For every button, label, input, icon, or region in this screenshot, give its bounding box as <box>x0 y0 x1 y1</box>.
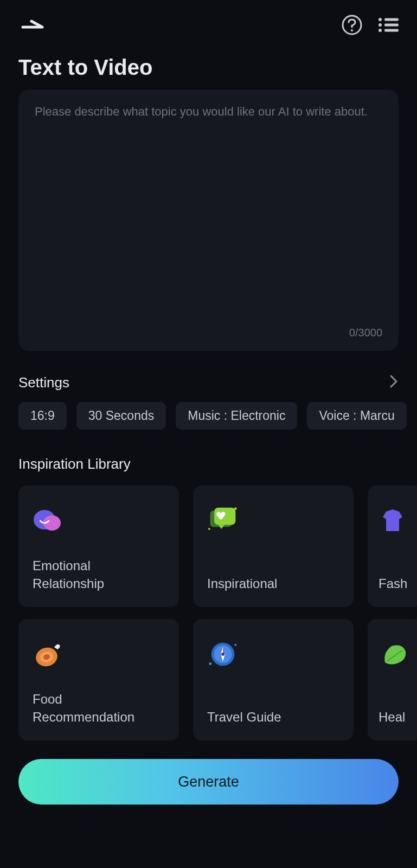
card-fashion[interactable]: Fash <box>368 486 417 607</box>
svg-point-1 <box>351 29 353 31</box>
fashion-icon <box>378 505 410 537</box>
cards-row-1: Emotional Relationship Inspirational <box>18 486 417 607</box>
card-inspirational[interactable]: Inspirational <box>193 486 354 607</box>
inspiration-title: Inspiration Library <box>18 456 399 473</box>
cards-row-2: Food Recommendation Travel Guide <box>18 619 417 741</box>
food-icon <box>33 639 64 670</box>
generate-button[interactable]: Generate <box>18 759 399 805</box>
leaf-icon <box>378 639 410 670</box>
inspiration-grid: Emotional Relationship Inspirational <box>18 486 417 741</box>
back-icon <box>21 19 44 31</box>
help-icon <box>341 14 363 36</box>
chip-aspect-ratio[interactable]: 16:9 <box>18 402 67 430</box>
prompt-textarea[interactable] <box>35 105 382 320</box>
emotion-icon <box>33 505 64 537</box>
settings-chips: 16:9 30 Seconds Music : Electronic Voice… <box>18 402 417 430</box>
heart-chat-icon <box>207 505 239 537</box>
svg-point-2 <box>378 18 382 21</box>
card-label: Food Recommendation <box>33 690 165 726</box>
settings-row[interactable]: Settings <box>18 374 399 391</box>
card-emotional-relationship[interactable]: Emotional Relationship <box>18 486 179 607</box>
card-label: Inspirational <box>207 575 339 593</box>
prompt-textarea-container: 0/3000 <box>18 90 399 351</box>
menu-list-icon <box>378 16 399 34</box>
card-label: Heal <box>378 708 408 726</box>
svg-point-4 <box>378 23 382 27</box>
page-title: Text to Video <box>0 40 417 90</box>
card-label: Travel Guide <box>207 708 339 726</box>
svg-rect-11 <box>214 508 235 525</box>
svg-point-13 <box>208 528 210 530</box>
card-health[interactable]: Heal <box>368 619 417 741</box>
svg-rect-7 <box>384 29 399 32</box>
svg-point-19 <box>221 653 224 656</box>
settings-title: Settings <box>18 374 69 391</box>
help-button[interactable] <box>341 14 363 36</box>
chip-music[interactable]: Music : Electronic <box>176 402 297 430</box>
header <box>0 0 417 40</box>
svg-point-12 <box>234 507 237 510</box>
chevron-right-icon <box>389 374 399 391</box>
menu-button[interactable] <box>378 16 399 34</box>
card-travel-guide[interactable]: Travel Guide <box>193 619 354 741</box>
generate-label: Generate <box>178 774 239 790</box>
chip-voice[interactable]: Voice : Marcu <box>307 402 406 430</box>
char-count: 0/3000 <box>349 327 382 339</box>
compass-icon <box>207 639 239 670</box>
svg-point-6 <box>378 29 382 32</box>
card-food-recommendation[interactable]: Food Recommendation <box>18 619 179 741</box>
card-label: Emotional Relationship <box>33 557 165 593</box>
back-button[interactable] <box>21 15 47 35</box>
svg-rect-5 <box>384 24 399 27</box>
header-actions <box>341 14 399 36</box>
svg-point-20 <box>234 644 236 646</box>
svg-point-21 <box>209 662 211 665</box>
chip-duration[interactable]: 30 Seconds <box>76 402 166 430</box>
card-label: Fash <box>378 575 408 593</box>
svg-rect-3 <box>384 18 399 21</box>
